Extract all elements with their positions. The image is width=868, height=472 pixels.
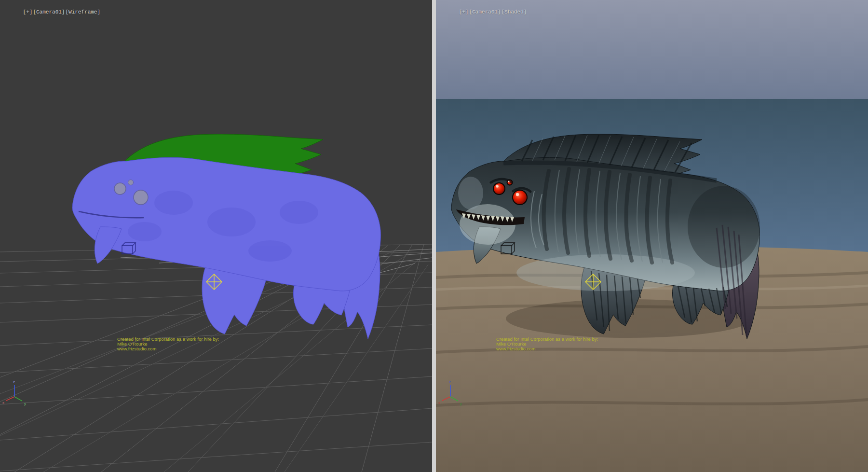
viewport-menu-general[interactable]: [+] — [459, 9, 469, 15]
watermark-line3: www.frizstudio.com — [117, 346, 156, 351]
viewport-menu-pov[interactable]: [Camera01] — [33, 9, 65, 15]
viewport-menu-shading[interactable]: [Shaded] — [501, 9, 527, 15]
viewport-layout: [+][Camera01][Wireframe] — [0, 0, 868, 472]
viewport-shaded[interactable]: [+][Camera01][Shaded] — [436, 0, 868, 472]
wireframe-canvas[interactable]: Created for Intel Corporation as a work … — [0, 0, 432, 472]
axis-y-label: y — [24, 402, 26, 406]
viewport-menu-general[interactable]: [+] — [23, 9, 33, 15]
axis-z-label: z — [13, 380, 15, 384]
viewport-label: [+][Camera01][Wireframe] — [4, 3, 101, 21]
viewport-wireframe[interactable]: [+][Camera01][Wireframe] — [0, 0, 432, 472]
axis-z-label: z — [449, 380, 451, 384]
axis-y-label: y — [460, 402, 462, 406]
viewport-menu-pov[interactable]: [Camera01] — [469, 9, 501, 15]
viewport-label: [+][Camera01][Shaded] — [440, 3, 527, 21]
viewport-menu-shading[interactable]: [Wireframe] — [65, 9, 100, 15]
viewport-splitter[interactable] — [432, 0, 436, 472]
axis-x-label: x — [438, 401, 440, 405]
axis-x-label: x — [2, 401, 4, 405]
shaded-canvas[interactable]: Created for Intel Corporation as a work … — [436, 0, 868, 472]
watermark-line3: www.frizstudio.com — [496, 346, 535, 351]
